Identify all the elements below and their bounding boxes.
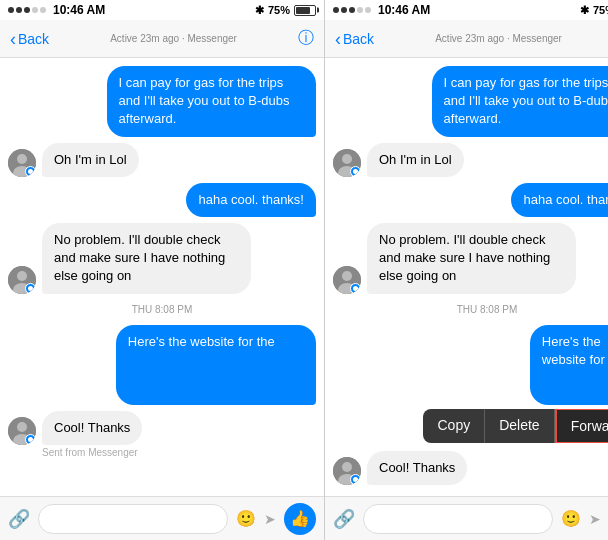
messenger-badge-r2 <box>350 283 361 294</box>
nav-bar-left: ‹ Back Active 23m ago · Messenger ⓘ <box>0 20 324 58</box>
svg-point-16 <box>342 462 352 472</box>
bubble-received-r1[interactable]: Oh I'm in Lol <box>367 143 464 177</box>
bubble-sent-r1[interactable]: I can pay for gas for the trips and I'll… <box>432 66 608 137</box>
send-icon-left[interactable]: ➤ <box>264 511 276 527</box>
bubble-sent-2[interactable]: haha cool. thanks! <box>186 183 316 217</box>
thumbs-icon-left: 👍 <box>290 509 310 528</box>
bt-icon-right: ✱ <box>580 4 589 17</box>
message-received-1: Oh I'm in Lol <box>8 143 316 177</box>
messenger-badge-1-left <box>25 166 36 177</box>
messenger-badge-2-left <box>25 283 36 294</box>
message-sent-2: haha cool. thanks! <box>8 183 316 217</box>
signal-dot-2 <box>16 7 22 13</box>
bubble-received-3[interactable]: Cool! Thanks <box>42 411 142 445</box>
message-sent-r2: haha cool. thanks! <box>333 183 608 217</box>
bubble-sent-r3[interactable]: Here's the website for the <box>530 325 608 405</box>
message-sent-r1: I can pay for gas for the trips and I'll… <box>333 66 608 137</box>
svg-point-4 <box>17 271 27 281</box>
status-time-left: 10:46 AM <box>53 3 105 17</box>
bubble-sent-3[interactable]: Here's the website for the <box>116 325 316 405</box>
nav-center-right: Active 23m ago · Messenger <box>374 33 608 44</box>
nav-center-left: Active 23m ago · Messenger <box>49 33 298 44</box>
avatar-r1 <box>333 149 361 177</box>
status-bar-left: 10:46 AM ✱ 75% <box>0 0 324 20</box>
svg-point-13 <box>342 271 352 281</box>
message-sent-3: Here's the website for the <box>8 325 316 405</box>
status-left: 10:46 AM <box>8 3 105 17</box>
message-received-r2: No problem. I'll double check and make s… <box>333 223 608 294</box>
bubble-received-1[interactable]: Oh I'm in Lol <box>42 143 139 177</box>
signal-dot-3 <box>24 7 30 13</box>
message-received-r1: Oh I'm in Lol <box>333 143 608 177</box>
left-screen: 10:46 AM ✱ 75% ‹ Back Active 23m ago · M… <box>0 0 325 540</box>
context-menu-forward[interactable]: Forward <box>555 409 608 443</box>
message-input-left[interactable] <box>38 504 228 534</box>
message-sent-1: I can pay for gas for the trips and I'll… <box>8 66 316 137</box>
timestamp-right: THU 8:08 PM <box>333 304 608 315</box>
status-bar-right: 10:46 AM ✱ 75% <box>325 0 608 20</box>
message-received-3: Cool! Thanks <box>8 411 316 445</box>
send-icon-right[interactable]: ➤ <box>589 511 601 527</box>
info-button-left[interactable]: ⓘ <box>298 28 314 49</box>
svg-point-1 <box>17 154 27 164</box>
sent-from-label-left: Sent from Messenger <box>42 447 316 458</box>
battery-left <box>294 5 316 16</box>
message-received-r3: Cool! Thanks <box>333 451 608 485</box>
back-label-left: Back <box>18 31 49 47</box>
status-left-right: 10:46 AM <box>333 3 430 17</box>
back-button-right[interactable]: ‹ Back <box>335 30 374 48</box>
bubble-received-r3[interactable]: Cool! Thanks <box>367 451 467 485</box>
emoji-icon-left[interactable]: 🙂 <box>236 509 256 528</box>
status-time-right: 10:46 AM <box>378 3 430 17</box>
status-right-right: ✱ 75% <box>580 4 608 17</box>
bubble-sent-1[interactable]: I can pay for gas for the trips and I'll… <box>107 66 316 137</box>
back-chevron-left: ‹ <box>10 30 16 48</box>
context-menu-copy[interactable]: Copy <box>423 409 485 443</box>
signal-dots <box>8 7 46 13</box>
nav-bar-right: ‹ Back Active 23m ago · Messenger ⓘ <box>325 20 608 58</box>
signal-dot-4 <box>32 7 38 13</box>
thumbs-button-left[interactable]: 👍 <box>284 503 316 535</box>
message-input-right[interactable] <box>363 504 553 534</box>
status-right-left: ✱ 75% <box>255 4 316 17</box>
message-received-2: No problem. I'll double check and make s… <box>8 223 316 294</box>
avatar-2-left <box>8 266 36 294</box>
signal-dot-1 <box>8 7 14 13</box>
avatar-1-left <box>8 149 36 177</box>
signal-dot-5 <box>40 7 46 13</box>
messages-area-right: I can pay for gas for the trips and I'll… <box>325 58 608 496</box>
context-menu-delete[interactable]: Delete <box>485 409 554 443</box>
context-menu: Copy Delete Forward <box>423 409 608 443</box>
messages-area-left: I can pay for gas for the trips and I'll… <box>0 58 324 496</box>
svg-point-10 <box>342 154 352 164</box>
back-chevron-right: ‹ <box>335 30 341 48</box>
message-received-3-container-left: Cool! Thanks Sent from Messenger <box>8 411 316 458</box>
battery-pct-left: 75% <box>268 4 290 16</box>
attach-icon-left[interactable]: 🔗 <box>8 508 30 530</box>
messenger-badge-r1 <box>350 166 361 177</box>
active-status-left: Active 23m ago · Messenger <box>110 33 237 44</box>
input-bar-right: 🔗 🙂 ➤ 👍 <box>325 496 608 540</box>
battery-pct-right: 75% <box>593 4 608 16</box>
signal-dots-right <box>333 7 371 13</box>
website-message-container: Here's the website for the Copy Delete F… <box>333 325 608 445</box>
timestamp-left: THU 8:08 PM <box>8 304 316 315</box>
attach-icon-right[interactable]: 🔗 <box>333 508 355 530</box>
messenger-badge-3-left <box>25 434 36 445</box>
avatar-3-left <box>8 417 36 445</box>
bubble-received-2[interactable]: No problem. I'll double check and make s… <box>42 223 251 294</box>
message-sent-r3: Here's the website for the <box>470 325 608 405</box>
avatar-r2 <box>333 266 361 294</box>
messenger-badge-r3 <box>350 474 361 485</box>
avatar-r3 <box>333 457 361 485</box>
right-screen: 10:46 AM ✱ 75% ‹ Back Active 23m ago · M… <box>325 0 608 540</box>
active-status-right: Active 23m ago · Messenger <box>435 33 562 44</box>
svg-point-7 <box>17 422 27 432</box>
back-button-left[interactable]: ‹ Back <box>10 30 49 48</box>
emoji-icon-right[interactable]: 🙂 <box>561 509 581 528</box>
input-bar-left: 🔗 🙂 ➤ 👍 <box>0 496 324 540</box>
back-label-right: Back <box>343 31 374 47</box>
bt-icon-left: ✱ <box>255 4 264 17</box>
bubble-received-r2[interactable]: No problem. I'll double check and make s… <box>367 223 576 294</box>
bubble-sent-r2[interactable]: haha cool. thanks! <box>511 183 608 217</box>
